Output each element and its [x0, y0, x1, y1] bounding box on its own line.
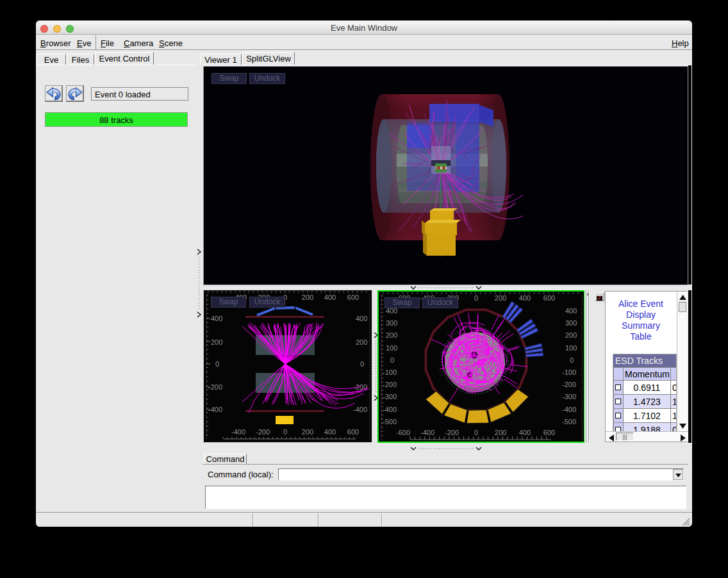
- svg-text:0: 0: [283, 428, 287, 436]
- svg-text:400: 400: [519, 294, 531, 302]
- svg-text:200: 200: [302, 293, 313, 301]
- svg-text:100: 100: [386, 344, 397, 352]
- svg-text:-600: -600: [396, 429, 410, 436]
- svg-text:300: 300: [386, 319, 397, 327]
- svg-text:-400: -400: [208, 406, 222, 413]
- svg-text:200: 200: [386, 331, 397, 339]
- svg-text:600: 600: [543, 294, 555, 302]
- svg-text:-400: -400: [562, 406, 576, 413]
- svg-text:200: 200: [495, 294, 506, 302]
- svg-text:200: 200: [495, 429, 506, 436]
- svg-text:-400: -400: [383, 406, 397, 413]
- svg-text:-400: -400: [231, 428, 245, 436]
- svg-text:600: 600: [543, 429, 555, 436]
- svg-text:0: 0: [570, 356, 574, 364]
- svg-text:-300: -300: [562, 393, 576, 400]
- svg-text:300: 300: [565, 319, 577, 327]
- svg-text:0: 0: [474, 429, 478, 436]
- svg-text:200: 200: [356, 338, 367, 346]
- svg-text:600: 600: [347, 293, 359, 301]
- svg-text:-500: -500: [383, 418, 397, 425]
- svg-text:100: 100: [565, 344, 577, 352]
- svg-text:0: 0: [360, 360, 364, 368]
- svg-text:0: 0: [474, 294, 478, 302]
- svg-text:400: 400: [356, 315, 367, 322]
- svg-text:400: 400: [324, 293, 336, 301]
- svg-text:-500: -500: [562, 418, 576, 425]
- svg-text:-200: -200: [256, 428, 270, 436]
- svg-text:200: 200: [211, 338, 222, 346]
- svg-text:-100: -100: [562, 368, 576, 376]
- svg-text:-200: -200: [445, 429, 459, 436]
- svg-text:200: 200: [302, 428, 313, 436]
- svg-text:400: 400: [324, 428, 336, 436]
- svg-text:-200: -200: [353, 383, 367, 391]
- svg-text:0: 0: [215, 360, 219, 368]
- svg-text:-200: -200: [383, 381, 397, 388]
- svg-text:-400: -400: [420, 429, 434, 436]
- svg-text:-200: -200: [208, 383, 222, 391]
- svg-text:-200: -200: [562, 381, 576, 388]
- svg-text:400: 400: [565, 307, 577, 315]
- svg-text:-300: -300: [383, 393, 397, 400]
- svg-text:-100: -100: [383, 368, 397, 376]
- svg-text:0: 0: [390, 356, 394, 364]
- svg-text:400: 400: [519, 429, 531, 436]
- svg-text:200: 200: [565, 331, 577, 339]
- svg-text:400: 400: [211, 315, 222, 322]
- svg-text:-400: -400: [353, 406, 367, 413]
- svg-text:600: 600: [347, 428, 359, 436]
